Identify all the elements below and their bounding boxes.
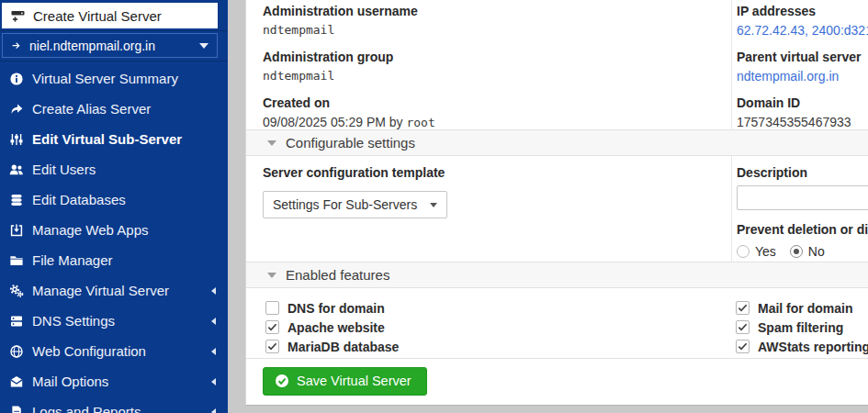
admin-group-label: Administration group: [263, 50, 435, 64]
sidebar-item-label: File Manager: [32, 252, 113, 268]
sidebar-item-label: Edit Databases: [32, 192, 126, 207]
feature-row: DNS for domain: [265, 298, 399, 318]
sidebar-item-edit-users[interactable]: Edit Users: [0, 154, 228, 184]
sidebar-divider: [0, 30, 228, 31]
checkbox-awstats-reporting[interactable]: [736, 340, 750, 353]
feature-row: MariaDB database: [265, 337, 399, 356]
sidebar-item-edit-virtual-sub-server[interactable]: Edit Virtual Sub-Server: [0, 124, 228, 154]
feature-label: Mail for domain: [758, 301, 852, 316]
sidebar: Create Virtual Server niel.ndtempmail.or…: [0, 0, 228, 413]
feature-label: AWStats reporting: [758, 340, 868, 354]
enabled-features-title: Enabled features: [286, 267, 389, 283]
sidebar-item-create-virtual-server[interactable]: Create Virtual Server: [2, 3, 218, 28]
admin-username-field: Administration username ndtempmail: [263, 4, 435, 38]
feature-label: DNS for domain: [287, 301, 385, 316]
column-divider: [731, 156, 732, 262]
sidebar-item-label: Mail Options: [32, 374, 108, 389]
description-label: Description: [737, 165, 868, 180]
feature-label: Apache website: [287, 320, 385, 335]
created-on-date: 09/08/2025 05:29 PM by: [263, 115, 406, 129]
webapps-icon: [7, 222, 26, 238]
sidebar-item-logs-and-reports[interactable]: Logs and Reports: [0, 396, 228, 413]
prevent-deletion-radio-group: Yes No: [737, 244, 868, 259]
feature-row: AWStats reporting: [736, 337, 868, 356]
sliders-icon: [7, 131, 26, 147]
prevent-deletion-label: Prevent deletion or disa: [737, 222, 868, 237]
checkbox-apache-website[interactable]: [265, 320, 279, 334]
domain-selector-value: niel.ndtempmail.org.in: [29, 39, 199, 53]
sidebar-item-virtual-server-summary[interactable]: Virtual Server Summary: [0, 63, 228, 94]
feature-row: Apache website: [265, 318, 399, 337]
goto-arrow-icon: [11, 39, 23, 51]
caret-down-icon: [430, 203, 437, 207]
sidebar-item-label: Web Configuration: [32, 343, 146, 359]
info-icon: [7, 71, 26, 86]
domain-id-value: 1757345355467933: [737, 115, 868, 129]
collapse-triangle-icon: [267, 273, 276, 278]
admin-group-field: Administration group ndtempmail: [263, 50, 435, 84]
prevent-yes-label: Yes: [755, 244, 776, 259]
create-virtual-server-icon: [10, 8, 26, 23]
users-icon: [7, 162, 26, 177]
sidebar-item-manage-virtual-server[interactable]: Manage Virtual Server: [0, 275, 228, 306]
sidebar-item-label: Edit Users: [32, 162, 96, 177]
sidebar-nav: Virtual Server Summary Create Alias Serv…: [0, 63, 228, 413]
ip-addresses-field: IP addresses 62.72.42.43, 2400:d321:2: [737, 4, 868, 38]
sidebar-item-file-manager[interactable]: File Manager: [0, 245, 228, 275]
chevron-left-icon: [211, 408, 216, 413]
database-icon: [7, 192, 26, 207]
prevent-no-radio[interactable]: [790, 245, 803, 258]
sidebar-item-web-configuration[interactable]: Web Configuration: [0, 336, 228, 366]
folder-icon: [7, 252, 26, 268]
prevent-yes-radio[interactable]: [737, 245, 750, 258]
sidebar-item-manage-web-apps[interactable]: Manage Web Apps: [0, 215, 228, 245]
domain-id-label: Domain ID: [737, 95, 868, 110]
checkbox-mariadb-database[interactable]: [265, 340, 279, 353]
feature-row: Mail for domain: [736, 298, 868, 318]
checkbox-dns-for-domain[interactable]: [265, 301, 279, 315]
content-card: Administration username ndtempmail Admin…: [245, 0, 868, 406]
sidebar-item-label: Logs and Reports: [32, 404, 141, 413]
server-info-section: Administration username ndtempmail Admin…: [246, 0, 868, 129]
globe-icon: [7, 343, 26, 359]
create-virtual-server-label: Create Virtual Server: [33, 8, 162, 24]
gears-icon: [7, 283, 26, 298]
created-on-field: Created on 09/08/2025 05:29 PM by root: [263, 95, 435, 130]
sidebar-item-edit-databases[interactable]: Edit Databases: [0, 184, 228, 215]
sidebar-item-label: Manage Virtual Server: [32, 283, 169, 298]
sidebar-item-create-alias-server[interactable]: Create Alias Server: [0, 94, 228, 124]
template-select-value: Settings For Sub-Servers: [273, 197, 417, 212]
form-footer: Save Virtual Server: [246, 359, 868, 396]
checkbox-mail-for-domain[interactable]: [736, 301, 750, 315]
prevent-no-label: No: [808, 244, 825, 259]
save-check-icon: [275, 374, 289, 388]
chevron-left-icon: [211, 318, 216, 325]
sidebar-item-label: Create Alias Server: [32, 101, 151, 117]
created-by-user: root: [406, 116, 434, 129]
dns-icon: [7, 313, 26, 329]
logs-icon: [7, 404, 26, 413]
parent-server-label: Parent virtual server: [737, 50, 868, 64]
chevron-left-icon: [211, 287, 216, 295]
sidebar-item-label: Virtual Server Summary: [32, 71, 178, 86]
domain-selector[interactable]: niel.ndtempmail.org.in: [2, 33, 218, 58]
sidebar-item-mail-options[interactable]: Mail Options: [0, 366, 228, 396]
template-select[interactable]: Settings For Sub-Servers: [263, 191, 447, 218]
feature-row: Spam filtering: [736, 318, 868, 337]
ip-addresses-value[interactable]: 62.72.42.43, 2400:d321:2: [737, 23, 868, 38]
chevron-left-icon: [211, 348, 216, 355]
enabled-features-header[interactable]: Enabled features: [246, 262, 868, 288]
admin-group-value: ndtempmail: [263, 69, 435, 84]
sidebar-item-dns-settings[interactable]: DNS Settings: [0, 306, 228, 336]
created-on-value: 09/08/2025 05:29 PM by root: [263, 115, 435, 130]
domain-id-field: Domain ID 1757345355467933: [737, 95, 868, 129]
description-input[interactable]: [737, 185, 868, 210]
chevron-left-icon: [211, 378, 216, 385]
admin-username-value: ndtempmail: [263, 23, 435, 38]
enabled-features-section: DNS for domain Apache website MariaDB da…: [246, 288, 868, 359]
created-on-label: Created on: [263, 95, 435, 110]
parent-server-link[interactable]: ndtempmail.org.in: [737, 69, 868, 84]
checkbox-spam-filtering[interactable]: [736, 320, 750, 334]
save-button[interactable]: Save Virtual Server: [263, 367, 427, 396]
configurable-settings-section: Server configuration template Settings F…: [246, 156, 868, 262]
